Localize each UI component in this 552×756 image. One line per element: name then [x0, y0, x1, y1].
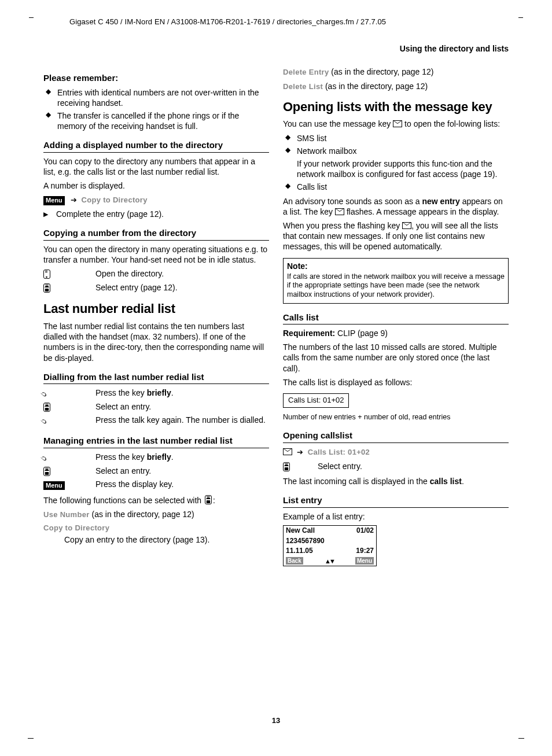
body-text: When you press the flashing key , you wi…: [283, 220, 509, 252]
function-line: Use Number (as in the directory, page 12…: [43, 509, 269, 520]
body-text: Example of a list entry:: [283, 511, 509, 522]
message-key-icon: [393, 120, 402, 127]
step-row: 𝓬 Press the talk key again. The number i…: [43, 415, 269, 427]
dialling-heading: Dialling from the last number redial lis…: [43, 371, 269, 385]
right-column: Delete Entry (as in the directory, page …: [283, 64, 509, 566]
step-text: Select entry.: [318, 461, 509, 471]
handset-nav-icon: [43, 283, 50, 293]
body-text: The last incoming call is displayed in t…: [283, 476, 509, 486]
handset-nav-icon: [283, 462, 290, 471]
display-value: 01/02: [356, 526, 374, 536]
function-line: Delete List (as in the directory, page 1…: [283, 81, 509, 92]
talk-key-icon: 𝓬: [43, 388, 47, 400]
body-text: You can copy to the directory any number…: [43, 156, 269, 177]
message-key-icon: [402, 222, 411, 229]
step-row: ▶ Complete the entry (page 12).: [43, 209, 269, 219]
triangle-icon: ▶: [43, 209, 56, 218]
body-text: You can open the directory in many opera…: [43, 244, 269, 265]
talk-key-icon: 𝓬: [43, 452, 47, 464]
display-number: 1234567890: [286, 537, 325, 546]
note-body: If calls are stored in the network mailb…: [287, 272, 505, 300]
list-item-detail: If your network provider supports this f…: [297, 158, 509, 179]
add-number-heading: Adding a displayed number to the directo…: [43, 139, 269, 153]
body-text: The last number redial list contains the…: [43, 321, 269, 363]
step-text: Press the key briefly.: [95, 388, 269, 398]
list-item: Entries with identical numbers are not o…: [43, 87, 269, 108]
updown-icon: ▲▼: [325, 557, 334, 565]
step-text: Select an entry.: [95, 401, 269, 412]
crop-mark: [28, 738, 34, 739]
handset-nav-icon: [43, 467, 50, 476]
function-line: Delete Entry (as in the directory, page …: [283, 67, 509, 78]
step-row: Select entry (page 12).: [43, 282, 269, 294]
calls-list-display: Calls List: 01+02: [283, 393, 349, 408]
body-text: An advisory tone sounds as soon as a new…: [283, 196, 509, 217]
display-time: 19:27: [356, 547, 374, 556]
list-item: SMS list: [283, 133, 509, 143]
body-text: Copy an entry to the directory (page 13)…: [64, 534, 269, 545]
menu-option: Copy to Directory: [82, 196, 148, 204]
arrow-icon: ➔: [297, 448, 303, 456]
display-date: 11.11.05: [286, 547, 313, 556]
doc-header: Gigaset C 450 / IM-Nord EN / A31008-M170…: [69, 17, 509, 27]
step-text: Press the key briefly.: [95, 452, 269, 462]
display-label: New Call: [286, 526, 315, 536]
step-row: Select an entry.: [43, 466, 269, 478]
list-item: Calls list: [283, 182, 509, 192]
list-item: Network mailbox If your network provider…: [283, 146, 509, 180]
step-row: Open the directory.: [43, 268, 269, 281]
menu-option: Calls List: 01+02: [308, 448, 370, 456]
calls-list-heading: Calls list: [283, 312, 509, 325]
managing-heading: Managing entries in the last number redi…: [43, 435, 269, 448]
talk-key-icon: 𝓬: [43, 415, 47, 427]
step-text: Select entry (page 12).: [95, 282, 269, 293]
step-row: 𝓬 Press the key briefly.: [43, 452, 269, 464]
remember-list: Entries with identical numbers are not o…: [43, 87, 269, 132]
menu-softkey-icon: Menu: [43, 196, 65, 205]
body-text: The following functions can be selected …: [43, 494, 269, 506]
step-row: 𝓬 Press the key briefly.: [43, 388, 269, 400]
left-column: Please remember: Entries with identical …: [43, 64, 269, 566]
menu-path: Menu ➔ Copy to Directory: [43, 194, 269, 205]
opening-lists-heading: Opening lists with the message key: [283, 99, 509, 116]
handset-nav-icon: [43, 403, 50, 412]
step-text: Press the talk key again. The number is …: [95, 415, 269, 425]
body-text: The numbers of the last 10 missed calls …: [283, 342, 509, 374]
page-number: 13: [0, 716, 552, 726]
message-key-icon: [335, 208, 344, 215]
function-line: Copy to Directory: [43, 523, 269, 533]
caption-text: Number of new entries + number of old, r…: [283, 412, 509, 422]
menu-softkey-icon: Menu: [43, 481, 65, 490]
crop-mark: [518, 17, 523, 18]
step-row: Select an entry.: [43, 401, 269, 414]
copy-number-heading: Copying a number from the directory: [43, 227, 269, 241]
body-text: The calls list is displayed as follows:: [283, 377, 509, 388]
handset-icon: [43, 270, 50, 279]
arrow-icon: ➔: [71, 196, 77, 204]
step-text: Select an entry.: [95, 466, 269, 476]
crop-mark: [29, 17, 34, 18]
message-key-icon: [283, 448, 292, 455]
phone-display-example: New Call01/02 1234567890 11.11.0519:27 B…: [283, 525, 377, 566]
step-row: Select entry.: [283, 461, 509, 473]
body-text: A number is displayed.: [43, 180, 269, 191]
remember-heading: Please remember:: [43, 72, 269, 84]
menu-path: ➔ Calls List: 01+02: [283, 447, 509, 458]
opening-callslist-heading: Opening callslist: [283, 430, 509, 443]
step-text: Open the directory.: [95, 268, 269, 279]
crop-mark: [518, 738, 524, 739]
body-text: Requirement: CLIP (page 9): [283, 328, 509, 338]
lnr-heading: Last number redial list: [43, 301, 269, 318]
handset-nav-icon: [205, 495, 212, 504]
note-heading: Note:: [287, 261, 505, 271]
note-box: Note: If calls are stored in the network…: [283, 258, 509, 304]
section-title: Using the directory and lists: [43, 43, 509, 54]
body-text: You can use the message key to open the …: [283, 119, 509, 129]
list-entry-heading: List entry: [283, 495, 509, 508]
softkey-back: Back: [286, 557, 303, 565]
step-text: Complete the entry (page 12).: [56, 209, 164, 219]
list-item: The transfer is cancelled if the phone r…: [43, 110, 269, 131]
message-lists: SMS list Network mailbox If your network…: [283, 133, 509, 193]
step-row: Menu Press the display key.: [43, 479, 269, 491]
softkey-menu: Menu: [355, 557, 374, 565]
